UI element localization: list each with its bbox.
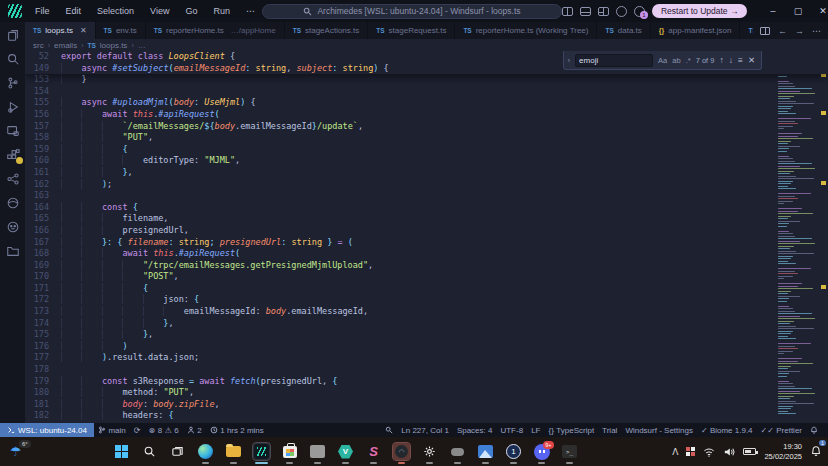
task-view-icon[interactable] xyxy=(169,443,186,460)
split-editor-icon[interactable] xyxy=(760,27,770,35)
menu-view[interactable]: View xyxy=(143,4,176,18)
tab-stageActions-ts[interactable]: TS stageActions.ts xyxy=(285,22,369,39)
tab-loops-ts[interactable]: TS loops.ts ✕ xyxy=(25,22,96,39)
code-line: 180 method: "PUT", xyxy=(25,387,828,399)
time-tracker-item[interactable]: 1 hrs 2 mins xyxy=(206,426,268,435)
code-editor[interactable]: 52export default class LoopsClient {149 … xyxy=(25,51,828,423)
menu-more[interactable]: ⋯ xyxy=(239,4,262,18)
tab-reporterHome-ts[interactable]: TS reporterHome.ts …/appHome xyxy=(146,22,285,39)
notifications-bell-icon[interactable] xyxy=(806,426,822,434)
breadcrumb-item[interactable]: src xyxy=(33,41,44,50)
explorer-icon[interactable] xyxy=(5,27,20,42)
more-actions-icon[interactable]: ⋯ xyxy=(812,26,821,36)
file-explorer-icon[interactable] xyxy=(225,443,242,460)
run-debug-icon[interactable] xyxy=(5,99,20,114)
prettier-status[interactable]: ✓✓ Prettier xyxy=(757,426,806,435)
discord-icon[interactable]: 9+ xyxy=(533,443,550,460)
nav-back-icon[interactable]: ← xyxy=(778,26,787,36)
tab-close-icon[interactable]: ✕ xyxy=(80,26,87,35)
find-next-icon[interactable]: ↓ xyxy=(729,55,733,65)
biome-status[interactable]: ✓ Biome 1.9.4 xyxy=(697,426,757,435)
terminal-icon[interactable]: >_ xyxy=(561,443,578,460)
gray-app-icon[interactable] xyxy=(309,443,326,460)
tab-env-ts[interactable]: TS env.ts xyxy=(96,22,146,39)
browser-preview-icon[interactable] xyxy=(5,195,20,210)
source-control-icon[interactable] xyxy=(5,75,20,90)
menu-run[interactable]: Run xyxy=(206,4,237,18)
indentation-setting[interactable]: Spaces: 4 xyxy=(453,426,497,435)
find-expand-icon[interactable]: › xyxy=(567,56,570,65)
tray-clock[interactable]: 19:30 25/02/2025 xyxy=(764,442,802,461)
menu-file[interactable]: File xyxy=(28,4,57,18)
git-branch-item[interactable]: main xyxy=(94,426,130,435)
battery-icon[interactable] xyxy=(743,448,756,455)
focused-red-app-icon[interactable]: ◠ xyxy=(393,443,410,460)
breadcrumb-item[interactable]: emails xyxy=(54,41,77,50)
nav-forward-icon[interactable]: → xyxy=(795,26,804,36)
extensions-icon[interactable] xyxy=(5,147,20,162)
sync-icon[interactable]: ⟳ xyxy=(130,426,145,435)
people-count-item[interactable]: 2 xyxy=(183,426,206,435)
problems-item[interactable]: ⊗8 ⚠6 xyxy=(144,426,182,435)
tab-reporterHome-ts--Working-Tree-[interactable]: TS reporterHome.ts (Working Tree) xyxy=(455,22,597,39)
tab-appHome[interactable]: TS appHome xyxy=(740,22,753,39)
zoom-search-icon[interactable] xyxy=(381,426,397,434)
layout-customize-icon[interactable] xyxy=(598,7,609,16)
breadcrumb-item[interactable]: loops.ts xyxy=(100,41,128,50)
find-close-icon[interactable]: ✕ xyxy=(748,55,755,65)
settings-gear-icon[interactable] xyxy=(421,443,438,460)
find-prev-icon[interactable]: ↑ xyxy=(719,55,723,65)
weather-widget[interactable]: ☂ 6° xyxy=(10,444,22,459)
tab-data-ts[interactable]: TS data.ts xyxy=(597,22,650,39)
match-case-icon[interactable]: Aa xyxy=(658,56,667,65)
command-center-search[interactable]: Archimedes [WSL: ubuntu-24.04] - Windsur… xyxy=(262,4,562,19)
breadcrumb[interactable]: src›emails›TSloops.ts›… xyxy=(25,39,828,51)
remote-explorer-icon[interactable] xyxy=(5,123,20,138)
pink-s-app-icon[interactable]: S xyxy=(365,443,382,460)
whole-word-icon[interactable]: ab xyxy=(672,56,680,65)
tray-expand-icon[interactable]: ᐱ xyxy=(672,447,678,457)
tab-app-manifest-json[interactable]: {} app-manifest.json xyxy=(651,22,741,39)
hexagon-app-icon[interactable]: V xyxy=(337,443,354,460)
cascade-icon[interactable] xyxy=(616,6,627,17)
remote-indicator[interactable]: WSL: ubuntu-24.04 xyxy=(0,423,94,437)
notification-center[interactable]: 1 xyxy=(810,443,822,461)
start-button[interactable] xyxy=(113,443,130,460)
eol-setting[interactable]: LF xyxy=(527,426,544,435)
search-icon[interactable] xyxy=(5,51,20,66)
minimap[interactable] xyxy=(774,51,828,423)
toggle-panel-icon[interactable] xyxy=(580,7,591,16)
tab-stageRequest-ts[interactable]: TS stageRequest.ts xyxy=(368,22,455,39)
volume-icon[interactable] xyxy=(723,447,735,457)
encoding-setting[interactable]: UTF-8 xyxy=(496,426,527,435)
menu-go[interactable]: Go xyxy=(178,4,204,18)
minimize-button[interactable]: – xyxy=(760,0,785,22)
tray-app-icon[interactable] xyxy=(686,447,695,456)
restart-to-update-button[interactable]: Restart to Update → xyxy=(652,4,747,18)
trial-badge[interactable]: Trial xyxy=(598,426,621,435)
share-nodes-icon[interactable] xyxy=(5,171,20,186)
cursor-position[interactable]: Ln 227, Col 1 xyxy=(397,426,453,435)
windsurf-taskbar-icon[interactable] xyxy=(253,443,270,460)
menu-edit[interactable]: Edit xyxy=(59,4,89,18)
toggle-sidebar-icon[interactable] xyxy=(562,7,573,16)
language-mode[interactable]: {} TypeScript xyxy=(544,426,598,435)
windsurf-settings-item[interactable]: Windsurf - Settings xyxy=(621,426,697,435)
mouse-utility-icon[interactable] xyxy=(449,443,466,460)
onepassword-icon[interactable]: 1 xyxy=(505,443,522,460)
find-input[interactable] xyxy=(575,54,653,67)
find-in-selection-icon[interactable]: ≡ xyxy=(738,55,743,65)
microsoft-store-icon[interactable] xyxy=(281,443,298,460)
taskbar-search-icon[interactable] xyxy=(141,443,158,460)
media-app-icon[interactable] xyxy=(477,443,494,460)
menu-selection[interactable]: Selection xyxy=(90,4,141,18)
breadcrumb-item[interactable]: … xyxy=(138,41,146,50)
regex-icon[interactable]: .* xyxy=(686,56,691,65)
edge-browser-icon[interactable] xyxy=(197,443,214,460)
account-icon[interactable]: 1 xyxy=(634,6,645,17)
wifi-icon[interactable] xyxy=(703,447,715,457)
folder-icon[interactable] xyxy=(5,243,20,258)
maximize-button[interactable]: ▢ xyxy=(785,0,810,22)
ai-assistant-icon[interactable] xyxy=(5,219,20,234)
close-button[interactable]: ✕ xyxy=(810,0,828,22)
